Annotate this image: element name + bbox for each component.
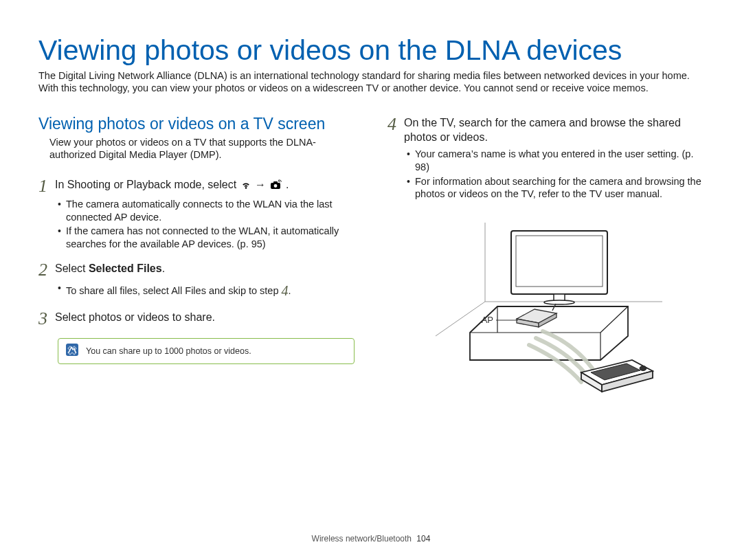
step-1-bullets: The camera automatically connects to the…	[38, 198, 355, 252]
bullet-text-post: .	[289, 285, 291, 296]
svg-point-0	[245, 187, 247, 189]
step-4: 4 On the TV, search for the camera and b…	[387, 115, 704, 145]
dlna-diagram: AP	[387, 223, 704, 401]
bullet-text-pre: To share all files, select	[66, 285, 171, 296]
svg-point-2	[273, 184, 277, 188]
subheading-intro: View your photos or videos on a TV that …	[49, 136, 355, 161]
bullet-bold: All Files	[171, 285, 206, 296]
step-body: Select photos or videos to share.	[55, 309, 215, 325]
step-2-bullets: To share all files, select All Files and…	[38, 282, 355, 301]
step-2-text-pre: Select	[55, 262, 89, 274]
footer-section-label: Wireless network/Bluetooth	[312, 534, 412, 544]
page-title: Viewing photos or videos on the DLNA dev…	[38, 34, 704, 67]
step-1-text-post: .	[286, 179, 289, 190]
list-item: Your camera’s name is what you entered i…	[407, 148, 704, 175]
step-4-bullets: Your camera’s name is what you entered i…	[387, 148, 704, 202]
manual-page: Viewing photos or videos on the DLNA dev…	[0, 0, 742, 560]
footer-page-number: 104	[416, 534, 430, 544]
step-2-bold: Selected Files	[89, 262, 162, 274]
arrow-text: →	[255, 179, 266, 190]
step-number: 1	[38, 177, 55, 195]
step-1: 1 In Shooting or Playback mode, select →	[38, 177, 355, 195]
step-1-text-pre: In Shooting or Playback mode, select	[55, 179, 240, 190]
ap-label: AP	[482, 315, 493, 325]
svg-point-11	[544, 300, 574, 304]
subheading: Viewing photos or videos on a TV screen	[38, 115, 355, 133]
step-2-text-post: .	[162, 262, 165, 274]
step-number: 2	[38, 260, 55, 279]
list-item: The camera automatically connects to the…	[58, 198, 355, 225]
bullet-text-mid: and skip to step	[206, 285, 282, 296]
step-body: Select Selected Files.	[55, 260, 165, 276]
page-footer: Wireless network/Bluetooth 104	[0, 534, 742, 544]
list-item: For information about searching for the …	[407, 175, 704, 203]
column-left: Viewing photos or videos on a TV screen …	[38, 115, 355, 401]
svg-point-18	[640, 366, 647, 371]
step-number: 4	[387, 115, 404, 133]
wifi-icon	[240, 179, 251, 190]
step-2: 2 Select Selected Files.	[38, 260, 355, 279]
column-right: 4 On the TV, search for the camera and b…	[387, 115, 704, 401]
list-item: If the camera has not connected to the W…	[58, 225, 355, 252]
note-box: You can share up to 1000 photos or video…	[58, 338, 355, 364]
step-3: 3 Select photos or videos to share.	[38, 309, 355, 328]
camera-share-icon	[270, 179, 282, 190]
step-body: On the TV, search for the camera and bro…	[404, 115, 704, 145]
bullet-inline-number: 4	[282, 283, 289, 298]
step-number: 3	[38, 309, 55, 328]
svg-rect-8	[511, 231, 607, 294]
page-intro: The Digital Living Network Alliance (DLN…	[38, 69, 704, 94]
svg-rect-3	[273, 181, 278, 183]
list-item: To share all files, select All Files and…	[58, 282, 355, 301]
tv-icon	[511, 231, 607, 304]
step-body: In Shooting or Playback mode, select →	[55, 177, 289, 192]
svg-rect-4	[66, 344, 78, 356]
two-column-layout: Viewing photos or videos on a TV screen …	[38, 115, 704, 401]
note-text: You can share up to 1000 photos or video…	[86, 346, 251, 356]
note-icon	[65, 343, 79, 359]
